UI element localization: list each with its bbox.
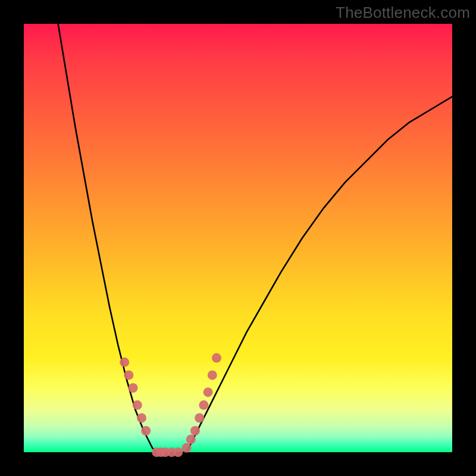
right-branch-curve bbox=[187, 96, 452, 452]
data-point-marker bbox=[173, 447, 183, 457]
data-point-marker bbox=[195, 413, 204, 422]
data-point-marker bbox=[190, 426, 200, 436]
data-point-marker bbox=[208, 370, 217, 380]
data-point-marker bbox=[186, 434, 196, 444]
marker-group bbox=[120, 353, 221, 457]
curve-group bbox=[58, 24, 452, 452]
data-point-marker bbox=[212, 353, 221, 363]
chart-svg bbox=[24, 24, 452, 452]
data-point-marker bbox=[124, 370, 133, 380]
data-point-marker bbox=[182, 443, 192, 453]
watermark-text: TheBottleneck.com bbox=[336, 4, 470, 22]
left-branch-curve bbox=[58, 24, 157, 452]
data-point-marker bbox=[199, 400, 208, 410]
data-point-marker bbox=[203, 387, 213, 397]
data-point-marker bbox=[129, 383, 138, 393]
data-point-marker bbox=[120, 358, 129, 367]
data-point-marker bbox=[133, 400, 142, 410]
data-point-marker bbox=[137, 413, 146, 422]
data-point-marker bbox=[141, 426, 151, 436]
chart-frame: TheBottleneck.com bbox=[0, 0, 476, 476]
